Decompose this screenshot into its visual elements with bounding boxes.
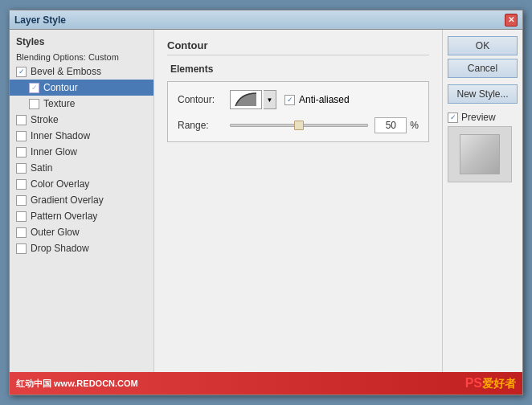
anti-alias-label: Anti-aliased <box>299 94 350 105</box>
title-bar: Layer Style ✕ <box>10 10 522 30</box>
satin-label: Satin <box>31 162 52 174</box>
section-title: Contour <box>167 39 429 55</box>
pattern-overlay-checkbox[interactable] <box>16 211 27 222</box>
preview-checkbox[interactable]: ✓ <box>448 112 458 123</box>
drop-shadow-label: Drop Shadow <box>31 243 89 254</box>
sidebar-item-outer-glow[interactable]: Outer Glow <box>10 224 153 240</box>
satin-checkbox[interactable] <box>16 163 27 174</box>
layer-style-dialog: Layer Style ✕ Styles Blending Options: C… <box>9 10 523 395</box>
contour-curve-icon <box>234 92 258 108</box>
range-value[interactable]: 50 <box>374 117 407 133</box>
contour-row: Contour: ▼ ✓ Anti-aliased <box>178 90 419 109</box>
texture-checkbox[interactable] <box>29 99 39 109</box>
anti-alias-checkbox[interactable]: ✓ <box>284 95 295 105</box>
preview-section: ✓ Preview <box>448 112 518 182</box>
pattern-overlay-label: Pattern Overlay <box>31 211 97 222</box>
bevel-emboss-label: Bevel & Emboss <box>31 66 101 77</box>
preview-label-text: Preview <box>461 112 496 123</box>
outer-glow-checkbox[interactable] <box>16 227 27 238</box>
left-panel: Styles Blending Options: Custom ✓ Bevel … <box>10 30 154 372</box>
range-row: Range: 50 % <box>178 117 419 133</box>
bevel-emboss-checkbox[interactable]: ✓ <box>16 67 27 77</box>
dialog-body: Styles Blending Options: Custom ✓ Bevel … <box>10 30 522 372</box>
dialog-title: Layer Style <box>14 14 66 26</box>
range-field-label: Range: <box>178 120 230 131</box>
inner-shadow-label: Inner Shadow <box>31 130 90 141</box>
blending-options-label: Blending Options: Custom <box>10 51 153 63</box>
watermark-left: 红动中国 www.REDOCN.COM <box>16 378 138 390</box>
anti-alias-row: ✓ Anti-aliased <box>284 94 350 105</box>
sidebar-item-satin[interactable]: Satin <box>10 160 153 176</box>
inner-shadow-checkbox[interactable] <box>16 131 27 141</box>
stroke-checkbox[interactable] <box>16 115 27 125</box>
contour-preview[interactable] <box>230 90 262 109</box>
contour-field-label: Contour: <box>178 94 230 105</box>
range-slider-fill <box>231 125 299 126</box>
watermark-bar: 红动中国 www.REDOCN.COM PS爱好者 <box>10 372 522 395</box>
contour-dropdown-button[interactable]: ▼ <box>264 90 276 109</box>
color-overlay-label: Color Overlay <box>31 178 89 190</box>
sidebar-item-drop-shadow[interactable]: Drop Shadow <box>10 240 153 256</box>
range-slider-track[interactable] <box>230 124 368 127</box>
range-percent: % <box>410 120 419 131</box>
sidebar-item-stroke[interactable]: Stroke <box>10 112 153 128</box>
inner-glow-label: Inner Glow <box>31 146 77 158</box>
cancel-button[interactable]: Cancel <box>448 59 518 78</box>
new-style-button[interactable]: New Style... <box>448 84 518 104</box>
preview-box <box>448 126 512 182</box>
outer-glow-label: Outer Glow <box>31 227 80 238</box>
preview-label-row: ✓ Preview <box>448 112 496 123</box>
sidebar-item-texture[interactable]: Texture <box>10 96 153 112</box>
subsection-title: Elements <box>167 63 429 75</box>
right-panel: OK Cancel New Style... ✓ Preview <box>442 30 522 372</box>
close-button[interactable]: ✕ <box>505 14 518 27</box>
texture-label: Texture <box>43 98 75 109</box>
drop-shadow-checkbox[interactable] <box>16 243 27 254</box>
stroke-label: Stroke <box>31 114 59 125</box>
sidebar-item-pattern-overlay[interactable]: Pattern Overlay <box>10 208 153 224</box>
elements-box: Contour: ▼ ✓ Anti-aliased <box>167 81 429 142</box>
sidebar-item-contour[interactable]: ✓ Contour <box>10 80 153 96</box>
sidebar-item-color-overlay[interactable]: Color Overlay <box>10 176 153 192</box>
contour-checkbox[interactable]: ✓ <box>29 83 39 93</box>
gradient-overlay-label: Gradient Overlay <box>31 194 104 206</box>
preview-thumbnail <box>460 134 500 174</box>
color-overlay-checkbox[interactable] <box>16 179 27 190</box>
sidebar-item-gradient-overlay[interactable]: Gradient Overlay <box>10 192 153 208</box>
sidebar-item-bevel-emboss[interactable]: ✓ Bevel & Emboss <box>10 63 153 80</box>
styles-header: Styles <box>10 33 153 51</box>
range-slider-container <box>230 124 368 127</box>
main-content: Contour Elements Contour: ▼ ✓ <box>154 30 442 372</box>
inner-glow-checkbox[interactable] <box>16 147 27 158</box>
sidebar-item-inner-shadow[interactable]: Inner Shadow <box>10 128 153 144</box>
gradient-overlay-checkbox[interactable] <box>16 195 27 206</box>
ok-button[interactable]: OK <box>448 36 518 55</box>
contour-label: Contour <box>43 82 78 93</box>
sidebar-item-inner-glow[interactable]: Inner Glow <box>10 144 153 160</box>
range-slider-thumb[interactable] <box>294 121 304 130</box>
watermark-right: PS爱好者 <box>465 376 516 391</box>
